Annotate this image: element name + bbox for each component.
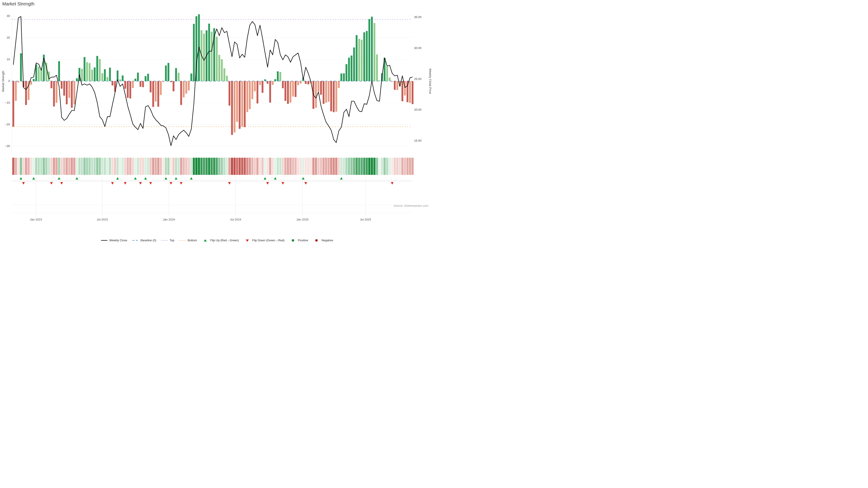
strength-bar[interactable]: [333, 81, 335, 112]
strength-bar[interactable]: [190, 73, 192, 81]
strength-bar[interactable]: [30, 81, 32, 85]
heatmap-cell[interactable]: [223, 158, 225, 175]
strength-bar[interactable]: [119, 79, 121, 81]
strength-bar[interactable]: [305, 81, 307, 84]
strength-bar[interactable]: [106, 77, 108, 81]
strength-bar[interactable]: [124, 81, 126, 89]
strength-bar[interactable]: [20, 53, 22, 81]
strength-bar[interactable]: [76, 78, 78, 81]
strength-bar[interactable]: [58, 61, 60, 81]
heatmap-cell[interactable]: [28, 158, 30, 175]
legend-item-negative[interactable]: Negative: [313, 238, 333, 242]
heatmap-cell[interactable]: [137, 158, 139, 175]
strength-bar[interactable]: [307, 81, 309, 84]
heatmap-cell[interactable]: [358, 158, 360, 175]
strength-bar[interactable]: [183, 81, 185, 97]
heatmap-cell[interactable]: [386, 158, 388, 175]
strength-bar[interactable]: [167, 63, 169, 81]
legend-item-flip-up-red-green[interactable]: Flip Up (Red→Green): [202, 238, 239, 242]
heatmap-cell[interactable]: [378, 158, 381, 175]
strength-bar[interactable]: [259, 81, 261, 85]
strength-bar[interactable]: [18, 81, 19, 83]
strength-bar[interactable]: [346, 64, 347, 81]
strength-bar[interactable]: [279, 72, 281, 81]
heatmap-cell[interactable]: [213, 158, 215, 175]
heatmap-cell[interactable]: [79, 158, 81, 175]
heatmap-cell[interactable]: [394, 158, 396, 175]
heatmap-cell[interactable]: [228, 158, 230, 175]
heatmap-cell[interactable]: [198, 158, 200, 175]
heatmap-cell[interactable]: [190, 158, 193, 175]
flip-up-icon[interactable]: [264, 177, 267, 180]
strength-bar[interactable]: [99, 59, 101, 81]
heatmap-cell[interactable]: [302, 158, 305, 175]
strength-bar[interactable]: [104, 69, 106, 81]
heatmap-cell[interactable]: [99, 158, 101, 175]
strength-bar[interactable]: [155, 81, 157, 101]
heatmap-cell[interactable]: [25, 158, 27, 175]
heatmap-cell[interactable]: [51, 158, 53, 175]
strength-bar[interactable]: [373, 23, 375, 81]
heatmap-cell[interactable]: [300, 158, 302, 175]
flip-up-icon[interactable]: [340, 177, 343, 180]
heatmap-cell[interactable]: [53, 158, 55, 175]
chart-canvas[interactable]: 3020100−10−20−3035.0030.0025.0020.0015.0…: [0, 0, 434, 244]
strength-bar[interactable]: [343, 73, 345, 81]
heatmap-cell[interactable]: [274, 158, 276, 175]
heatmap-cell[interactable]: [294, 158, 297, 175]
heatmap-cell[interactable]: [147, 158, 149, 175]
strength-bar[interactable]: [134, 78, 136, 81]
strength-bar[interactable]: [361, 40, 363, 81]
strength-bar[interactable]: [81, 69, 83, 81]
strength-bar[interactable]: [221, 59, 223, 81]
heatmap-cell[interactable]: [307, 158, 309, 175]
heatmap-cell[interactable]: [381, 158, 383, 175]
heatmap-cell[interactable]: [114, 158, 116, 175]
strength-bar[interactable]: [289, 81, 291, 103]
heatmap-cell[interactable]: [150, 158, 152, 175]
flip-up-icon[interactable]: [274, 177, 277, 180]
strength-bar[interactable]: [389, 78, 391, 81]
heatmap-cell[interactable]: [399, 158, 401, 175]
heatmap-cell[interactable]: [254, 158, 256, 175]
strength-bar[interactable]: [211, 32, 213, 81]
heatmap-cell[interactable]: [328, 158, 330, 175]
heatmap-cell[interactable]: [261, 158, 264, 175]
flip-up-icon[interactable]: [302, 177, 305, 180]
flip-up-icon[interactable]: [32, 177, 35, 180]
heatmap-cell[interactable]: [234, 158, 236, 175]
heatmap-cell[interactable]: [127, 158, 129, 175]
heatmap-cell[interactable]: [81, 158, 83, 175]
strength-bar[interactable]: [236, 81, 238, 122]
strength-bar[interactable]: [150, 81, 151, 92]
heatmap-cell[interactable]: [264, 158, 266, 175]
strength-bar[interactable]: [246, 81, 248, 112]
strength-bar[interactable]: [394, 81, 396, 90]
strength-bar[interactable]: [223, 68, 225, 81]
strength-bar[interactable]: [336, 81, 337, 111]
strength-bar[interactable]: [170, 81, 172, 82]
strength-bar[interactable]: [12, 81, 14, 127]
strength-bar[interactable]: [348, 58, 350, 81]
legend-item-baseline-0[interactable]: Baseline (0): [132, 238, 156, 242]
strength-bar[interactable]: [254, 81, 256, 91]
strength-bar[interactable]: [180, 81, 182, 105]
strength-bar[interactable]: [292, 81, 294, 96]
strength-bar[interactable]: [33, 79, 35, 81]
heatmap-cell[interactable]: [109, 158, 111, 175]
legend-item-positive[interactable]: Positive: [289, 238, 308, 242]
strength-bar[interactable]: [226, 76, 228, 81]
heatmap-cell[interactable]: [409, 158, 411, 175]
heatmap-cell[interactable]: [84, 158, 86, 175]
strength-bar[interactable]: [160, 81, 162, 95]
strength-bar[interactable]: [340, 73, 342, 81]
heatmap-cell[interactable]: [218, 158, 220, 175]
heatmap-cell[interactable]: [63, 158, 65, 175]
strength-bar[interactable]: [188, 81, 190, 90]
heatmap-cell[interactable]: [239, 158, 241, 175]
heatmap-cell[interactable]: [345, 158, 348, 175]
strength-bar[interactable]: [129, 81, 131, 98]
flip-up-icon[interactable]: [144, 177, 147, 180]
strength-bar[interactable]: [145, 76, 147, 81]
strength-bar[interactable]: [277, 71, 279, 81]
